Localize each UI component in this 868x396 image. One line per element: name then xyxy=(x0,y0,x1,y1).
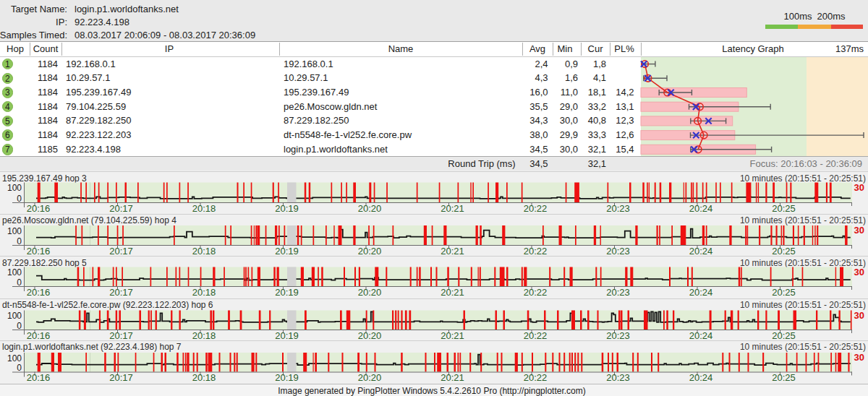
svg-text:20:21: 20:21 xyxy=(441,372,464,383)
svg-text:20:23: 20:23 xyxy=(606,245,630,256)
svg-text:100: 100 xyxy=(7,225,22,236)
svg-text:20:18: 20:18 xyxy=(192,287,216,298)
svg-text:20:16: 20:16 xyxy=(27,372,51,383)
svg-text:20:25: 20:25 xyxy=(772,245,796,256)
svg-text:20:25: 20:25 xyxy=(772,287,796,298)
svg-text:20:22: 20:22 xyxy=(524,330,548,340)
svg-text:0: 0 xyxy=(17,194,22,204)
svg-text:20:24: 20:24 xyxy=(689,287,713,298)
svg-text:20:19: 20:19 xyxy=(275,372,299,383)
svg-text:20:25: 20:25 xyxy=(772,203,796,214)
svg-text:20:17: 20:17 xyxy=(109,287,133,298)
svg-text:20:21: 20:21 xyxy=(441,330,464,340)
svg-text:20:16: 20:16 xyxy=(27,245,51,256)
svg-text:0: 0 xyxy=(17,320,22,330)
svg-text:20:18: 20:18 xyxy=(192,203,216,214)
svg-text:100: 100 xyxy=(7,311,22,321)
svg-text:20:22: 20:22 xyxy=(524,287,548,298)
svg-text:100: 100 xyxy=(7,267,22,277)
svg-text:20:20: 20:20 xyxy=(358,203,382,214)
svg-text:20:24: 20:24 xyxy=(689,245,713,256)
svg-text:20:17: 20:17 xyxy=(109,245,133,256)
svg-text:20:20: 20:20 xyxy=(358,330,382,340)
svg-text:20:24: 20:24 xyxy=(689,372,713,383)
svg-text:0: 0 xyxy=(17,277,22,288)
svg-text:20:19: 20:19 xyxy=(275,287,299,298)
svg-text:20:17: 20:17 xyxy=(109,330,133,340)
svg-text:20:18: 20:18 xyxy=(192,330,216,340)
svg-text:20:23: 20:23 xyxy=(606,372,630,383)
svg-text:20:23: 20:23 xyxy=(606,203,630,214)
svg-text:20:22: 20:22 xyxy=(524,245,548,256)
svg-text:20:19: 20:19 xyxy=(275,203,299,214)
svg-text:30: 30 xyxy=(854,309,864,320)
svg-text:20:16: 20:16 xyxy=(27,330,51,340)
svg-text:20:21: 20:21 xyxy=(441,287,464,298)
svg-text:100: 100 xyxy=(7,353,22,363)
svg-text:20:22: 20:22 xyxy=(524,372,548,383)
svg-text:20:23: 20:23 xyxy=(606,287,630,298)
svg-text:20:19: 20:19 xyxy=(275,330,299,340)
svg-text:20:18: 20:18 xyxy=(192,372,216,383)
svg-text:20:21: 20:21 xyxy=(441,203,464,214)
svg-text:20:16: 20:16 xyxy=(27,287,51,298)
svg-text:20:17: 20:17 xyxy=(109,203,133,214)
svg-text:20:19: 20:19 xyxy=(275,245,299,256)
svg-text:30: 30 xyxy=(854,182,864,193)
svg-text:100: 100 xyxy=(7,183,22,193)
svg-text:20:16: 20:16 xyxy=(27,203,51,214)
svg-text:30: 30 xyxy=(854,267,864,277)
svg-text:30: 30 xyxy=(854,225,864,236)
svg-text:0: 0 xyxy=(17,236,22,246)
svg-text:20:23: 20:23 xyxy=(606,330,630,340)
svg-text:0: 0 xyxy=(17,363,22,373)
svg-text:20:24: 20:24 xyxy=(689,330,713,340)
svg-text:20:24: 20:24 xyxy=(689,203,713,214)
svg-text:30: 30 xyxy=(854,352,864,363)
svg-text:20:20: 20:20 xyxy=(358,287,382,298)
svg-text:20:22: 20:22 xyxy=(524,203,548,214)
svg-text:20:18: 20:18 xyxy=(192,245,216,256)
svg-text:20:21: 20:21 xyxy=(441,245,464,256)
svg-text:20:25: 20:25 xyxy=(772,330,796,340)
svg-text:20:20: 20:20 xyxy=(358,372,382,383)
svg-text:20:17: 20:17 xyxy=(109,372,133,383)
svg-text:20:20: 20:20 xyxy=(358,245,382,256)
svg-text:20:25: 20:25 xyxy=(772,372,796,383)
